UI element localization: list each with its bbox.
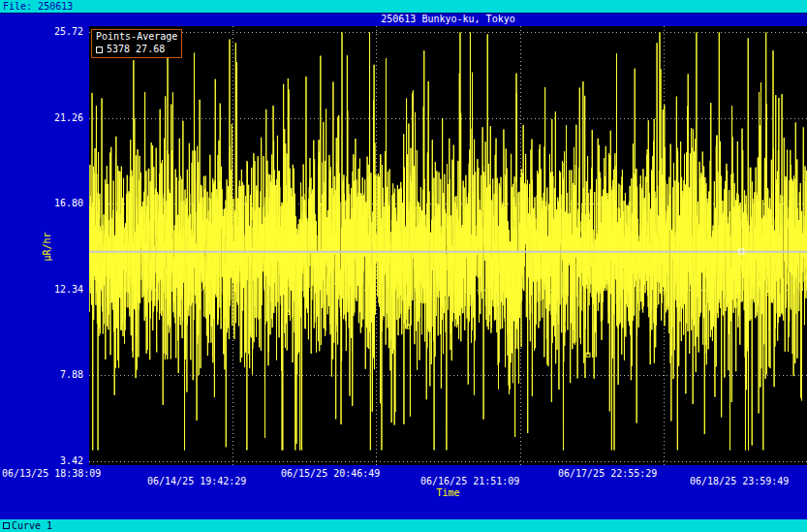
curve-marker-icon	[3, 522, 10, 529]
legend-box: Points-Average 5378 27.68	[91, 29, 182, 58]
x-tick-label: 06/18/25 23:59:49	[690, 476, 789, 486]
y-tick-label: 12.34	[0, 284, 83, 295]
plot-canvas	[89, 26, 807, 465]
x-tick-label: 06/14/25 19:42:29	[147, 476, 246, 486]
y-tick-label: 7.88	[0, 369, 83, 380]
square-marker-icon	[96, 47, 103, 53]
chart-title: 250613 Bunkyo-ku, Tokyo	[89, 14, 807, 24]
legend-entry: 5378 27.68	[92, 43, 181, 57]
y-tick-label: 25.72	[0, 26, 83, 37]
x-tick-label: 06/17/25 22:55:29	[558, 468, 657, 479]
x-tick-label: 06/13/25 18:38:09	[2, 468, 101, 479]
x-tick-label: 06/15/25 20:46:49	[281, 468, 380, 479]
x-tick-label: 06/16/25 21:51:09	[420, 476, 519, 486]
status-curve-label[interactable]: Curve 1	[12, 519, 52, 532]
app-window: File: 250613 250613 Bunkyo-ku, Tokyo Poi…	[0, 0, 807, 532]
x-axis-label: Time	[89, 487, 807, 498]
y-tick-label: 16.80	[0, 198, 83, 208]
title-bar: File: 250613	[0, 0, 807, 14]
plot-area	[89, 26, 807, 465]
y-axis-label: µR/hr	[42, 228, 52, 266]
status-bar: Curve 1	[0, 519, 807, 532]
legend-entry-text: 5378 27.68	[107, 44, 165, 55]
legend-header: Points-Average	[92, 30, 181, 43]
window-title: File: 250613	[3, 1, 73, 12]
y-tick-label: 21.26	[0, 112, 83, 123]
y-tick-label: 3.42	[0, 455, 83, 466]
